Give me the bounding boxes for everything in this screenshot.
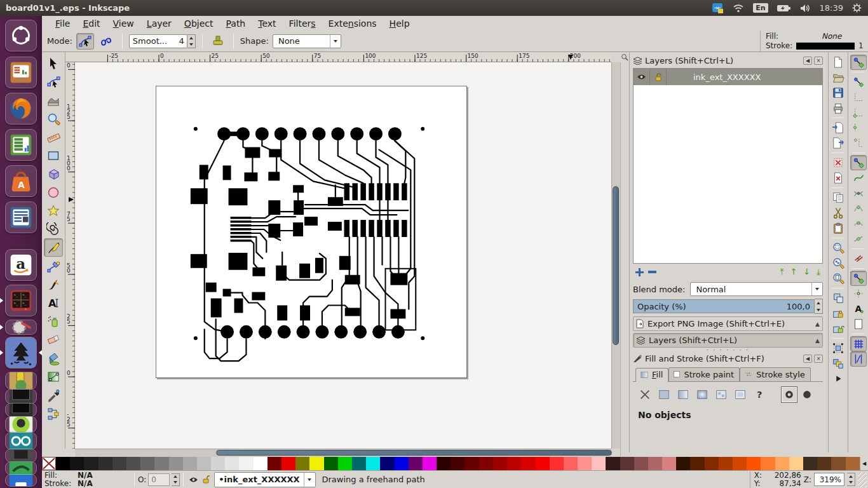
tool-star[interactable] [44, 201, 63, 220]
group-objects-button[interactable] [830, 356, 846, 371]
layer-row[interactable]: ink_ext_XXXXXX [634, 69, 822, 85]
panel-close-button[interactable]: × [814, 57, 823, 65]
dock-item-system-tools[interactable] [5, 320, 37, 335]
current-layer-combobox[interactable]: •ink_ext_XXXXXX [214, 472, 315, 487]
opacity-spin-down[interactable] [815, 306, 822, 313]
snap-text-baseline-button[interactable]: A [850, 301, 867, 316]
dock-item-inkscape[interactable] [5, 337, 37, 369]
snap-object-center-button[interactable] [850, 271, 867, 286]
overflow-button[interactable] [830, 371, 846, 386]
canvas-viewport[interactable] [75, 62, 611, 449]
copy-button[interactable] [830, 190, 846, 205]
snap-smooth-node-button[interactable] [850, 216, 867, 231]
dock-item-blue-app[interactable] [5, 474, 37, 487]
pattern-button[interactable] [713, 387, 729, 402]
blend-mode-combobox[interactable]: Normal [690, 282, 823, 296]
layer-visibility-icon[interactable] [634, 69, 650, 85]
palette-swatch[interactable] [126, 457, 140, 470]
add-layer-button[interactable] [635, 268, 644, 276]
palette-swatch[interactable] [634, 457, 648, 470]
fill-stroke-indicator[interactable]: Fill:None Stroke:1 [760, 30, 868, 51]
palette-swatch[interactable] [620, 457, 634, 470]
palette-swatch[interactable] [662, 457, 676, 470]
palette-swatch[interactable] [366, 457, 380, 470]
palette-swatch[interactable] [254, 457, 268, 470]
palette-swatch[interactable] [98, 457, 112, 470]
lpe-simplify-button[interactable] [209, 33, 227, 50]
object-opacity-entry[interactable]: 0 [148, 473, 170, 486]
vertical-scrollbar-thumb[interactable] [613, 186, 619, 345]
palette-swatch[interactable] [578, 457, 592, 470]
palette-swatch[interactable] [211, 457, 225, 470]
dock-item-libreoffice-impress[interactable] [5, 57, 37, 88]
palette-swatch[interactable] [281, 457, 295, 470]
tool-text[interactable]: A [44, 294, 63, 312]
snap-others-button[interactable] [850, 251, 867, 266]
panel-close-button[interactable]: × [814, 355, 823, 363]
palette-swatch[interactable] [395, 457, 409, 470]
wifi-icon[interactable] [733, 4, 744, 13]
tool-pen[interactable] [44, 257, 63, 275]
palette-swatch[interactable] [84, 457, 98, 470]
tool-zoom[interactable] [44, 109, 63, 128]
menu-extensions[interactable]: Extensions [323, 17, 383, 30]
palette-scroll-arrow[interactable]: ◀ [860, 457, 868, 470]
tool-box-3d[interactable] [44, 165, 63, 183]
dock-item-robot-app[interactable] [5, 416, 37, 433]
palette-swatch[interactable] [169, 457, 183, 470]
dock-item-dark-app-3[interactable] [5, 449, 37, 463]
layers-bar[interactable]: Layers (Shift+Ctrl+L) ▲ [633, 333, 823, 348]
palette-swatch[interactable] [719, 457, 733, 470]
document-open-button[interactable] [830, 70, 846, 85]
fill-rule-even-odd-button[interactable] [782, 387, 797, 402]
tool-measure[interactable] [44, 128, 63, 146]
layer-raise-button[interactable]: ↑ [790, 267, 797, 277]
keyboard-layout-indicator[interactable]: En [753, 3, 768, 13]
palette-swatch[interactable] [846, 457, 860, 470]
spin-down[interactable] [187, 41, 195, 48]
layer-visibility-toggle[interactable] [187, 477, 200, 483]
palette-swatch[interactable] [676, 457, 690, 470]
tab-stroke-paint[interactable]: Stroke paint [668, 367, 740, 381]
dock-item-software-center[interactable]: A [5, 165, 37, 197]
dock-item-firefox[interactable] [5, 93, 37, 125]
palette-swatch[interactable] [507, 457, 521, 470]
snap-page-border-button[interactable] [850, 316, 867, 332]
snap-grid-button[interactable] [850, 336, 867, 351]
mode-bezier-button[interactable] [76, 33, 94, 50]
palette-swatch[interactable] [197, 457, 211, 470]
snap-bbox-edge-button[interactable] [850, 90, 867, 105]
snap-bbox-center-button[interactable] [850, 135, 867, 151]
spin-up[interactable] [187, 35, 195, 41]
vertical-scrollbar[interactable] [611, 62, 620, 449]
palette-swatch[interactable] [338, 457, 352, 470]
layer-lock-toggle[interactable] [200, 475, 212, 484]
tool-gradient[interactable] [44, 367, 63, 386]
horizontal-ruler[interactable]: -250255075100125150175200 [65, 52, 611, 62]
no-paint-button[interactable] [637, 387, 653, 402]
dock-item-green-app[interactable] [5, 461, 37, 475]
palette-swatch[interactable] [225, 457, 239, 470]
palette-swatch[interactable] [479, 457, 493, 470]
tool-pencil[interactable] [44, 238, 63, 257]
menu-filters[interactable]: Filters [283, 17, 322, 30]
snap-path-button[interactable] [850, 170, 867, 186]
palette-swatch[interactable] [70, 457, 84, 470]
horizontal-scrollbar-thumb[interactable] [216, 450, 612, 456]
dock-item-libreoffice-calc[interactable] [5, 129, 37, 161]
palette-swatch[interactable] [183, 457, 197, 470]
stroke-color-swatch[interactable] [796, 43, 855, 50]
layer-to-bottom-button[interactable]: ⤓ [817, 267, 820, 277]
document-new-button[interactable] [830, 55, 846, 70]
export-document-button[interactable] [830, 135, 846, 151]
lock-object-button[interactable] [830, 306, 846, 321]
palette-swatch[interactable] [465, 457, 478, 470]
flat-color-button[interactable] [656, 387, 672, 402]
session-gear-icon[interactable] [852, 3, 862, 13]
sticky-zoom-icon[interactable] [620, 52, 629, 62]
duplicate-button[interactable] [830, 290, 846, 306]
palette-swatch[interactable] [451, 457, 465, 470]
clock[interactable]: 18:39 [820, 3, 843, 13]
palette-swatch[interactable] [493, 457, 507, 470]
cut-button[interactable] [830, 205, 846, 220]
